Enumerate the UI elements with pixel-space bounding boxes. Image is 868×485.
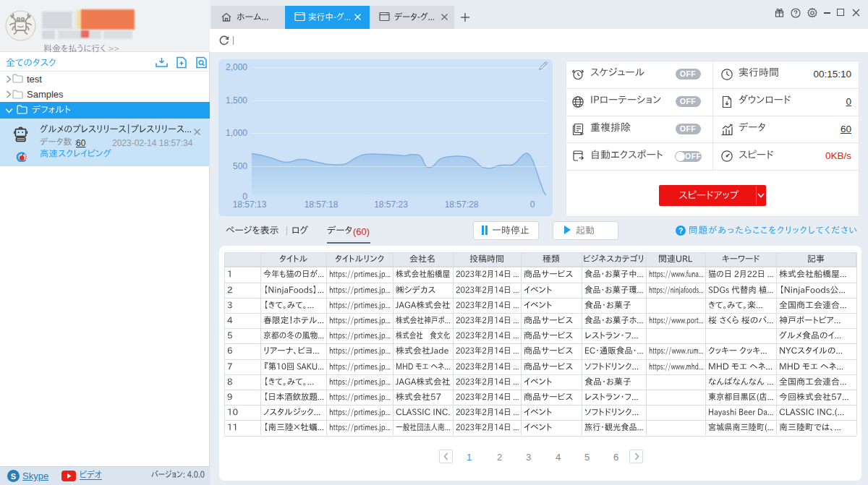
svg-text:?: ? [678, 227, 683, 235]
svg-text:S: S [11, 472, 16, 481]
